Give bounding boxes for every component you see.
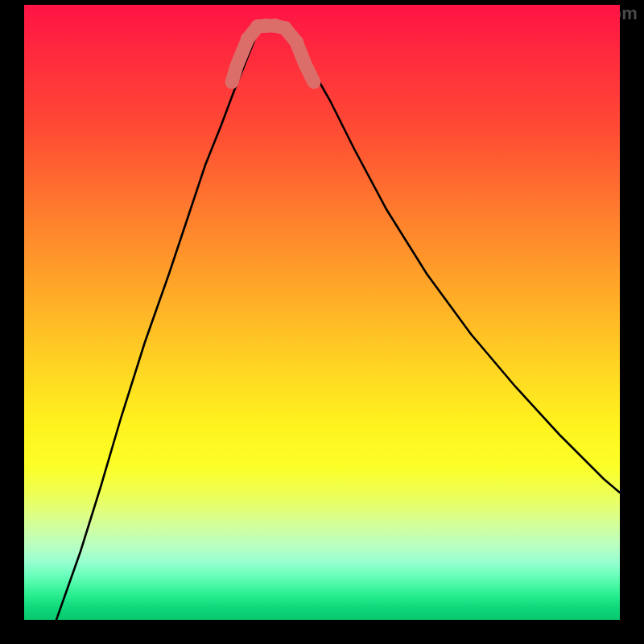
bottleneck-curve xyxy=(24,5,620,620)
highlight-dot xyxy=(231,60,242,72)
curve-path xyxy=(56,28,620,620)
highlight-dot xyxy=(226,76,237,88)
highlight-dot xyxy=(308,76,320,88)
highlight-dot xyxy=(289,35,303,49)
highlight-dot xyxy=(278,21,292,35)
highlight-dots xyxy=(226,19,320,88)
highlight-dot xyxy=(300,60,312,72)
highlight-dot xyxy=(241,31,255,46)
chart-area xyxy=(24,5,620,620)
